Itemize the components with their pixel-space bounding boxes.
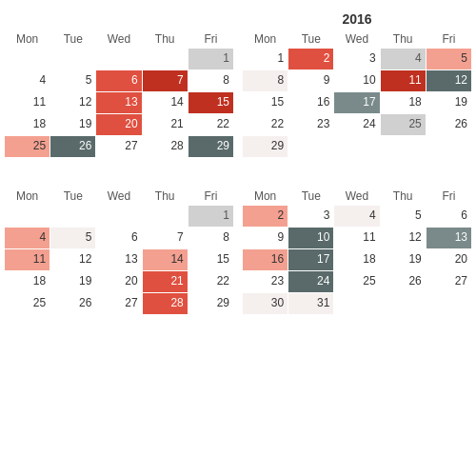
day-header: Mon: [5, 30, 50, 48]
day-cell[interactable]: 5: [381, 206, 426, 227]
day-cell[interactable]: 18: [5, 114, 50, 135]
day-cell[interactable]: 21: [143, 114, 188, 135]
day-cell[interactable]: 10: [334, 70, 379, 91]
day-cell[interactable]: 19: [381, 249, 426, 270]
day-cell[interactable]: 13: [426, 228, 471, 248]
day-cell[interactable]: 1: [243, 49, 288, 69]
day-cell[interactable]: 19: [50, 114, 95, 135]
day-cell[interactable]: 1: [188, 206, 233, 227]
day-cell[interactable]: 16: [243, 249, 288, 270]
day-cell[interactable]: 28: [143, 293, 188, 314]
day-cell: [96, 206, 141, 227]
day-cell[interactable]: 10: [288, 228, 333, 248]
day-cell[interactable]: 4: [5, 70, 50, 91]
day-cell[interactable]: 11: [5, 249, 50, 270]
day-cell[interactable]: 18: [334, 249, 379, 270]
day-cell[interactable]: 11: [381, 70, 426, 91]
day-cell[interactable]: 22: [188, 114, 233, 135]
day-cell[interactable]: 25: [334, 271, 379, 292]
day-cell[interactable]: 6: [96, 70, 141, 91]
day-cell[interactable]: 7: [143, 228, 188, 248]
day-cell: [426, 293, 471, 314]
day-cell[interactable]: 6: [96, 228, 141, 248]
day-cell[interactable]: 19: [50, 271, 95, 292]
calendar-cal1: MonTueWedThuFri1456781112131415181920212…: [5, 10, 233, 157]
day-cell: [5, 49, 50, 69]
day-header: Wed: [334, 30, 379, 48]
day-cell[interactable]: 26: [50, 136, 95, 157]
day-cell[interactable]: 22: [243, 114, 288, 135]
day-cell[interactable]: 12: [381, 228, 426, 248]
day-cell[interactable]: 29: [188, 136, 233, 157]
day-cell[interactable]: 14: [143, 92, 188, 113]
day-cell[interactable]: 11: [5, 92, 50, 113]
day-header: Wed: [96, 30, 141, 48]
day-cell[interactable]: 18: [381, 92, 426, 113]
day-cell[interactable]: 4: [5, 228, 50, 248]
day-cell[interactable]: 26: [426, 114, 471, 135]
day-cell[interactable]: 25: [5, 293, 50, 314]
day-cell[interactable]: 4: [334, 206, 379, 227]
day-cell[interactable]: 9: [243, 228, 288, 248]
day-cell[interactable]: 29: [188, 293, 233, 314]
day-cell[interactable]: 17: [288, 249, 333, 270]
day-cell[interactable]: 7: [143, 70, 188, 91]
day-cell[interactable]: 15: [188, 249, 233, 270]
day-cell[interactable]: 13: [96, 249, 141, 270]
day-cell[interactable]: 20: [96, 271, 141, 292]
day-cell[interactable]: 14: [143, 249, 188, 270]
day-cell[interactable]: 6: [426, 206, 471, 227]
day-header: Fri: [188, 30, 233, 48]
day-cell[interactable]: 3: [334, 49, 379, 69]
day-cell[interactable]: 30: [243, 293, 288, 314]
day-cell[interactable]: 2: [288, 49, 333, 69]
day-cell[interactable]: 19: [426, 92, 471, 113]
day-cell[interactable]: 13: [96, 92, 141, 113]
day-cell[interactable]: 24: [288, 271, 333, 292]
day-cell[interactable]: 8: [188, 228, 233, 248]
day-cell[interactable]: 31: [288, 293, 333, 314]
day-cell[interactable]: 27: [96, 293, 141, 314]
day-cell[interactable]: 21: [143, 271, 188, 292]
day-cell[interactable]: 23: [243, 271, 288, 292]
day-cell[interactable]: 9: [288, 70, 333, 91]
day-cell[interactable]: 4: [381, 49, 426, 69]
day-cell[interactable]: 23: [288, 114, 333, 135]
day-cell[interactable]: 16: [288, 92, 333, 113]
day-cell[interactable]: 15: [243, 92, 288, 113]
day-cell[interactable]: 17: [334, 92, 379, 113]
day-cell[interactable]: 5: [426, 49, 471, 69]
day-cell[interactable]: 20: [426, 249, 471, 270]
day-cell[interactable]: 5: [50, 70, 95, 91]
day-cell[interactable]: 24: [334, 114, 379, 135]
day-header: Fri: [426, 30, 471, 48]
day-header: Thu: [143, 188, 188, 205]
day-cell[interactable]: 12: [50, 249, 95, 270]
day-cell[interactable]: 11: [334, 228, 379, 248]
day-cell[interactable]: 20: [96, 114, 141, 135]
day-cell[interactable]: 25: [381, 114, 426, 135]
day-cell[interactable]: 1: [188, 49, 233, 69]
calendar-grid-cal1: MonTueWedThuFri1456781112131415181920212…: [5, 30, 233, 157]
day-cell: [334, 293, 379, 314]
day-cell[interactable]: 15: [188, 92, 233, 113]
day-cell[interactable]: 12: [50, 92, 95, 113]
day-cell[interactable]: 28: [143, 136, 188, 157]
day-cell[interactable]: 25: [5, 136, 50, 157]
day-cell[interactable]: 26: [381, 271, 426, 292]
day-cell[interactable]: 3: [288, 206, 333, 227]
day-header: Mon: [243, 30, 288, 48]
day-cell[interactable]: 29: [243, 136, 288, 157]
day-cell[interactable]: 2: [243, 206, 288, 227]
day-cell[interactable]: 12: [426, 70, 471, 91]
day-cell[interactable]: 27: [96, 136, 141, 157]
day-cell: [5, 206, 50, 227]
day-cell[interactable]: 18: [5, 271, 50, 292]
day-cell[interactable]: 26: [50, 293, 95, 314]
day-header: Tue: [288, 30, 333, 48]
day-cell[interactable]: 27: [426, 271, 471, 292]
day-cell[interactable]: 5: [50, 228, 95, 248]
day-cell[interactable]: 22: [188, 271, 233, 292]
day-cell[interactable]: 8: [243, 70, 288, 91]
day-cell[interactable]: 8: [188, 70, 233, 91]
